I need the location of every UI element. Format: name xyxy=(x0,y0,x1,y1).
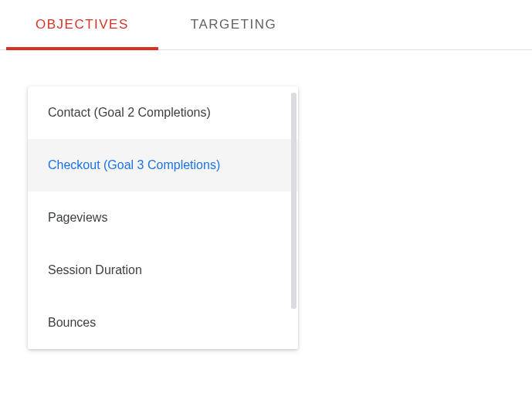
dropdown-item-pageviews[interactable]: Pageviews xyxy=(28,192,298,244)
dropdown-item-bounces[interactable]: Bounces xyxy=(28,297,298,349)
dropdown-item-checkout[interactable]: Checkout (Goal 3 Completions) xyxy=(28,139,298,192)
scrollbar[interactable] xyxy=(291,93,296,309)
tab-targeting[interactable]: TARGETING xyxy=(183,0,284,49)
objectives-dropdown: Contact (Goal 2 Completions) Checkout (G… xyxy=(28,86,298,349)
tabs-bar: OBJECTIVES TARGETING xyxy=(0,0,532,50)
dropdown-item-contact[interactable]: Contact (Goal 2 Completions) xyxy=(28,86,298,139)
dropdown-item-session-duration[interactable]: Session Duration xyxy=(28,244,298,297)
tab-objectives[interactable]: OBJECTIVES xyxy=(28,0,137,49)
